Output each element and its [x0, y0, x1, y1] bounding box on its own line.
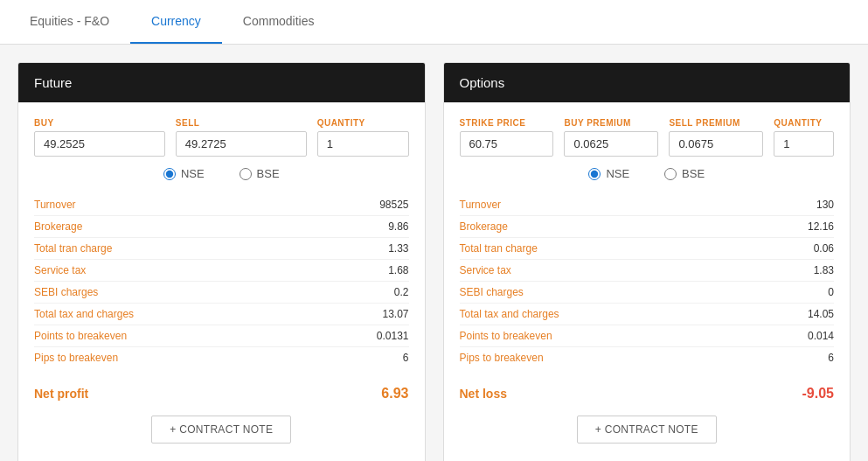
- future-sell-input[interactable]: [176, 131, 307, 157]
- future-data-row: Points to breakeven 0.0131: [34, 325, 409, 347]
- tab-bar: Equities - F&O Currency Commodities: [0, 0, 868, 45]
- future-fields-row: BUY SELL QUANTITY: [34, 118, 409, 157]
- future-data-row: Brokerage 9.86: [34, 216, 409, 238]
- options-row-label: Total tran charge: [460, 242, 538, 255]
- options-fields-row: STRIKE PRICE BUY PREMIUM SELL PREMIUM QU…: [460, 118, 835, 157]
- future-card-body: BUY SELL QUANTITY NSE: [18, 102, 425, 461]
- future-row-value: 98525: [379, 199, 408, 211]
- options-nse-radio-label[interactable]: NSE: [588, 167, 629, 180]
- future-sell-label: SELL: [176, 118, 307, 128]
- future-data-row: Pips to breakeven 6: [34, 347, 409, 368]
- future-data-rows: Turnover 98525 Brokerage 9.86 Total tran…: [34, 194, 409, 368]
- options-row-value: 1.83: [814, 264, 834, 276]
- options-data-row: Pips to breakeven 6: [460, 347, 835, 368]
- options-row-label: Service tax: [460, 264, 511, 276]
- options-net-label: Net loss: [460, 387, 507, 401]
- future-row-label: Service tax: [34, 264, 86, 276]
- future-row-value: 13.07: [382, 308, 408, 320]
- future-contract-note-button[interactable]: + CONTRACT NOTE: [151, 416, 291, 444]
- options-row-value: 14.05: [808, 308, 834, 320]
- future-data-row: SEBI charges 0.2: [34, 282, 409, 304]
- options-data-row: SEBI charges 0: [460, 282, 835, 304]
- future-buy-input[interactable]: [34, 131, 165, 157]
- future-card-header: Future: [18, 63, 425, 102]
- future-buy-group: BUY: [34, 118, 165, 157]
- options-strike-label: STRIKE PRICE: [460, 118, 554, 128]
- options-nse-radio[interactable]: [588, 168, 601, 180]
- future-row-value: 0.2: [394, 286, 409, 298]
- options-data-row: Total tran charge 0.06: [460, 238, 835, 260]
- options-row-value: 12.16: [808, 220, 834, 233]
- future-bse-label: BSE: [257, 167, 280, 180]
- options-contract-note-button[interactable]: + CONTRACT NOTE: [577, 416, 717, 444]
- future-row-value: 1.68: [388, 264, 408, 276]
- tab-commodities[interactable]: Commodities: [222, 0, 336, 44]
- options-card-header: Options: [444, 63, 851, 102]
- options-card-body: STRIKE PRICE BUY PREMIUM SELL PREMIUM QU…: [444, 102, 851, 461]
- options-quantity-label: QUANTITY: [774, 118, 834, 128]
- options-buy-premium-group: BUY PREMIUM: [564, 118, 658, 157]
- options-quantity-input[interactable]: [774, 131, 834, 157]
- future-quantity-label: QUANTITY: [317, 118, 409, 128]
- future-row-label: SEBI charges: [34, 286, 98, 298]
- future-quantity-input[interactable]: [317, 131, 409, 157]
- future-nse-radio[interactable]: [163, 168, 176, 180]
- future-net-row: Net profit 6.93: [34, 381, 409, 402]
- future-bse-radio[interactable]: [240, 168, 252, 180]
- options-card: Options STRIKE PRICE BUY PREMIUM SELL PR…: [443, 62, 851, 461]
- options-bse-radio-label[interactable]: BSE: [664, 167, 705, 180]
- future-row-label: Brokerage: [34, 220, 82, 233]
- options-buy-premium-input[interactable]: [564, 131, 658, 157]
- options-row-label: Turnover: [460, 199, 502, 211]
- options-strike-group: STRIKE PRICE: [460, 118, 554, 157]
- future-quantity-group: QUANTITY: [317, 118, 409, 157]
- options-row-label: Points to breakeven: [460, 330, 552, 342]
- options-net-value: -9.05: [802, 386, 834, 402]
- future-nse-radio-label[interactable]: NSE: [163, 167, 205, 180]
- future-card: Future BUY SELL QUANTITY: [17, 62, 426, 461]
- options-sell-premium-group: SELL PREMIUM: [669, 118, 763, 157]
- options-net-row: Net loss -9.05: [460, 381, 835, 402]
- options-row-label: Total tax and charges: [460, 308, 559, 320]
- tab-equities-fno[interactable]: Equities - F&O: [9, 0, 130, 44]
- options-quantity-group: QUANTITY: [774, 118, 834, 157]
- future-row-label: Pips to breakeven: [34, 352, 118, 364]
- future-sell-group: SELL: [176, 118, 307, 157]
- options-bse-label: BSE: [682, 167, 705, 180]
- future-exchange-row: NSE BSE: [34, 167, 409, 180]
- options-row-value: 130: [816, 199, 834, 211]
- options-data-row: Brokerage 12.16: [460, 216, 835, 238]
- options-bse-radio[interactable]: [664, 168, 677, 180]
- future-bse-radio-label[interactable]: BSE: [240, 167, 280, 180]
- future-row-label: Total tax and charges: [34, 308, 134, 320]
- main-content: Future BUY SELL QUANTITY: [0, 45, 868, 461]
- options-sell-premium-input[interactable]: [669, 131, 763, 157]
- options-row-label: Brokerage: [460, 220, 508, 233]
- options-row-value: 0.06: [814, 242, 834, 255]
- options-row-value: 6: [828, 352, 834, 364]
- future-row-label: Points to breakeven: [34, 330, 127, 342]
- future-buy-label: BUY: [34, 118, 165, 128]
- options-row-value: 0: [828, 286, 834, 298]
- future-row-value: 0.0131: [377, 330, 409, 342]
- tab-currency[interactable]: Currency: [130, 0, 222, 44]
- options-buy-premium-label: BUY PREMIUM: [564, 118, 658, 128]
- future-row-label: Total tran charge: [34, 242, 112, 255]
- future-row-value: 6: [403, 352, 409, 364]
- future-data-row: Service tax 1.68: [34, 260, 409, 282]
- options-data-row: Points to breakeven 0.014: [460, 325, 835, 347]
- options-row-label: Pips to breakeven: [460, 352, 544, 364]
- options-data-row: Turnover 130: [460, 194, 835, 216]
- options-data-row: Total tax and charges 14.05: [460, 304, 835, 325]
- future-net-value: 6.93: [381, 386, 408, 402]
- future-data-row: Total tax and charges 13.07: [34, 304, 409, 325]
- future-row-value: 1.33: [388, 242, 408, 255]
- options-nse-label: NSE: [606, 167, 629, 180]
- future-row-label: Turnover: [34, 199, 76, 211]
- options-sell-premium-label: SELL PREMIUM: [669, 118, 763, 128]
- options-strike-input[interactable]: [460, 131, 554, 157]
- options-data-rows: Turnover 130 Brokerage 12.16 Total tran …: [460, 194, 835, 368]
- future-nse-label: NSE: [181, 167, 205, 180]
- future-row-value: 9.86: [388, 220, 408, 233]
- future-data-row: Turnover 98525: [34, 194, 409, 216]
